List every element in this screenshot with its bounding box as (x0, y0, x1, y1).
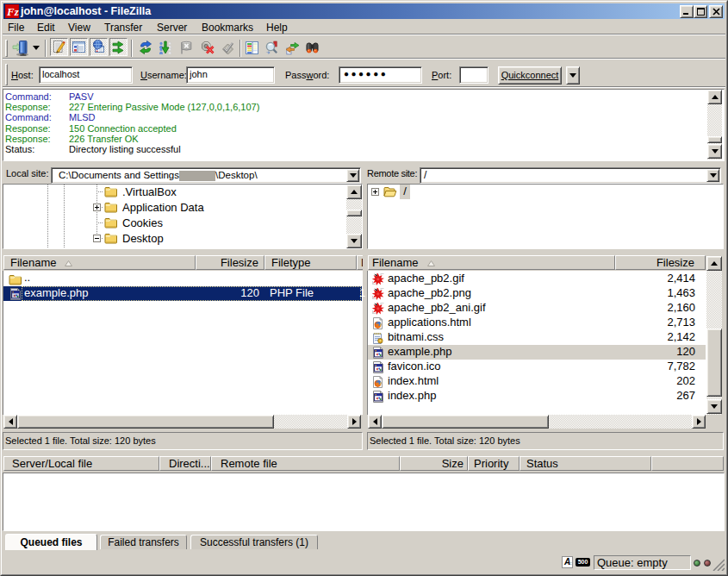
svg-text:Fz: Fz (6, 5, 19, 18)
